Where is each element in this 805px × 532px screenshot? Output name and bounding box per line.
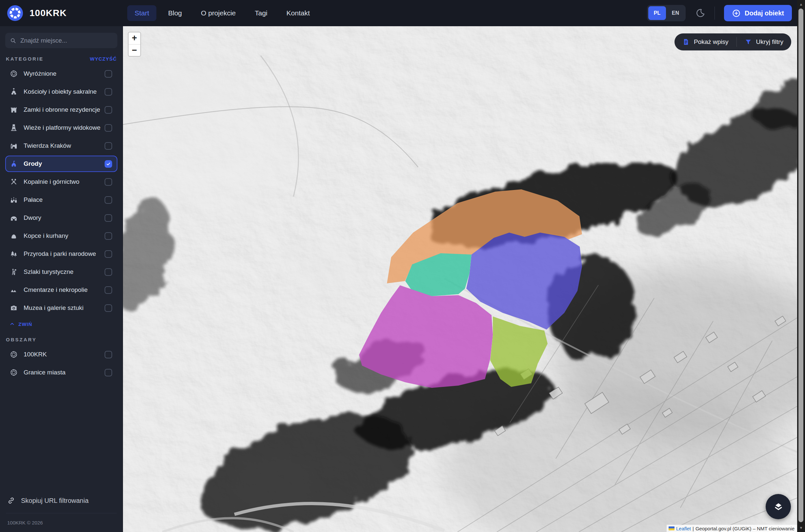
top-navigation-bar: 100KRK Start Blog O projekcie Tagi Konta… (0, 0, 797, 26)
manor-icon (10, 214, 18, 222)
area-list: 100KRK Granice miasta (5, 346, 117, 382)
cemetery-icon (10, 286, 18, 294)
scrollbar-down-arrow[interactable]: ▼ (797, 524, 805, 531)
checkbox[interactable] (105, 70, 112, 78)
browser-scrollbar: ▲ ▼ (797, 0, 805, 532)
trail-icon (10, 268, 18, 276)
layers-icon (772, 501, 784, 513)
checkbox[interactable] (105, 369, 112, 376)
categories-heading: KATEGORIE (6, 56, 43, 62)
sidebar-item-koscioly[interactable]: Kościoły i obiekty sakralne (5, 83, 117, 100)
checkbox[interactable] (105, 268, 112, 276)
sidebar-item-muzea[interactable]: Muzea i galerie sztuki (5, 300, 117, 316)
link-icon (7, 497, 15, 505)
chevron-up-icon (9, 321, 15, 327)
sidebar-item-100krk[interactable]: 100KRK (5, 346, 117, 363)
scrollbar-up-arrow[interactable]: ▲ (797, 1, 805, 8)
categories-header: KATEGORIE WYCZYŚĆ (6, 56, 117, 62)
check-icon (106, 162, 111, 166)
brand-name: 100KRK (30, 8, 67, 18)
copyright-text: 100KRK © 2026 (7, 520, 117, 526)
place-search[interactable] (5, 33, 117, 48)
map-zoom-control: + − (128, 32, 141, 57)
layers-button[interactable] (766, 494, 791, 519)
sidebar-item-palace[interactable]: Pałace (5, 192, 117, 208)
checkbox[interactable] (105, 124, 112, 132)
nature-icon (10, 250, 18, 258)
palace-icon (10, 196, 18, 204)
nav-item-blog[interactable]: Blog (161, 5, 189, 21)
aperture-icon (10, 70, 18, 78)
map-attribution: Leaflet | Geoportal.gov.pl (GUGiK) – NMT… (666, 525, 797, 532)
museum-icon (10, 304, 18, 312)
sidebar-item-przyroda[interactable]: Przyroda i parki narodowe (5, 246, 117, 262)
aperture-icon (10, 368, 18, 376)
map-canvas[interactable]: + − Pokaż wpisy Ukryj filtry Leaflet | G… (123, 26, 797, 532)
brand[interactable]: 100KRK (7, 5, 67, 21)
areas-header: OBSZARY (6, 337, 117, 342)
checkbox[interactable] (105, 250, 112, 258)
sidebar-item-wieze[interactable]: Wieże i platformy widokowe (5, 119, 117, 136)
castle-icon (10, 106, 18, 114)
sidebar-item-wyroznione[interactable]: Wyróżnione (5, 65, 117, 82)
mining-icon (10, 178, 18, 186)
sidebar-item-dwory[interactable]: Dwory (5, 210, 117, 226)
tower-icon (10, 124, 18, 132)
gord-icon (10, 160, 18, 168)
checkbox[interactable] (105, 351, 112, 358)
church-icon (10, 88, 18, 96)
checkbox[interactable] (105, 286, 112, 294)
ukraine-flag-icon (669, 527, 675, 530)
sidebar-item-grody[interactable]: Grody (5, 156, 117, 172)
sidebar-item-cmentarze[interactable]: Cmentarze i nekropolie (5, 282, 117, 298)
lang-en-button[interactable]: EN (666, 6, 684, 20)
checkbox[interactable] (105, 214, 112, 222)
entries-icon (682, 38, 690, 45)
sidebar-footer: Skopiuj URL filtrowania 100KRK © 2026 (5, 497, 117, 526)
zoom-out-button[interactable]: − (129, 44, 140, 56)
checkbox[interactable] (105, 232, 112, 240)
hide-filters-button[interactable]: Ukryj filtry (737, 33, 791, 51)
checkbox[interactable] (105, 304, 112, 312)
aperture-icon (10, 350, 18, 358)
checkbox[interactable] (105, 88, 112, 96)
sidebar-item-zamki[interactable]: Zamki i obronne rezydencje (5, 101, 117, 118)
nav-item-kontakt[interactable]: Kontakt (279, 5, 317, 21)
mound-icon (10, 232, 18, 240)
areas-heading: OBSZARY (6, 337, 37, 342)
checkbox[interactable] (105, 106, 112, 114)
checkbox[interactable] (105, 196, 112, 204)
search-icon (10, 37, 16, 44)
moon-icon[interactable] (695, 8, 705, 18)
clear-filters-button[interactable]: WYCZYŚĆ (90, 56, 117, 62)
collapse-categories-button[interactable]: ZWIŃ (9, 321, 117, 327)
fortress-icon (10, 142, 18, 150)
sidebar-item-kopce[interactable]: Kopce i kurhany (5, 228, 117, 244)
sidebar-item-twierdza-krakow[interactable]: Twierdza Kraków (5, 138, 117, 154)
language-toggle: PL EN (647, 5, 685, 21)
nav-item-start[interactable]: Start (127, 5, 156, 21)
plus-circle-icon (732, 9, 741, 18)
lang-pl-button[interactable]: PL (648, 6, 666, 20)
sidebar-item-kopalnie[interactable]: Kopalnie i górnictwo (5, 174, 117, 190)
checkbox[interactable] (105, 178, 112, 186)
checkbox[interactable] (105, 142, 112, 150)
sidebar-item-granice-miasta[interactable]: Granice miasta (5, 364, 117, 381)
add-object-button[interactable]: Dodaj obiekt (724, 5, 792, 21)
search-input[interactable] (20, 37, 113, 44)
map-overlay-toolbar: Pokaż wpisy Ukryj filtry (675, 33, 791, 51)
sidebar-separator (6, 513, 117, 513)
show-entries-button[interactable]: Pokaż wpisy (675, 33, 736, 51)
copy-filter-url-button[interactable]: Skopiuj URL filtrowania (7, 497, 117, 505)
filter-icon (745, 38, 752, 45)
sidebar-item-szlaki[interactable]: Szlaki turystyczne (5, 264, 117, 280)
aperture-logo-icon (7, 5, 23, 21)
leaflet-link[interactable]: Leaflet (676, 526, 691, 531)
category-list: Wyróżnione Kościoły i obiekty sakralne Z… (5, 65, 117, 318)
checkbox[interactable] (105, 160, 112, 168)
filter-sidebar: KATEGORIE WYCZYŚĆ Wyróżnione Kościoły i … (0, 26, 123, 532)
zoom-in-button[interactable]: + (129, 33, 140, 44)
scrollbar-thumb[interactable] (799, 8, 803, 522)
nav-item-o-projekcie[interactable]: O projekcie (194, 5, 243, 21)
nav-item-tagi[interactable]: Tagi (248, 5, 275, 21)
